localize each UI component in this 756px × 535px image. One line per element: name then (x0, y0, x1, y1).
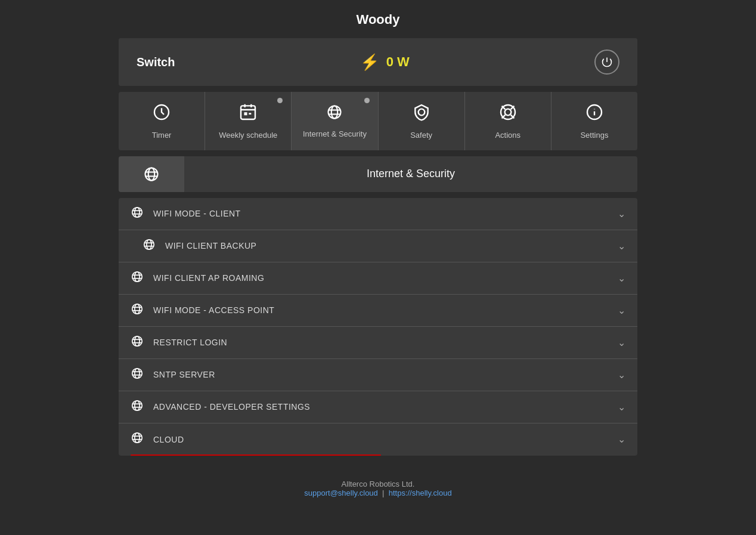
footer-separator: | (382, 488, 384, 497)
actions-icon (498, 103, 518, 126)
svg-rect-1 (241, 106, 255, 119)
svg-point-29 (135, 272, 140, 282)
wifi-mode-client-label: WIFI MODE - CLIENT (153, 209, 618, 218)
svg-point-2 (329, 106, 341, 119)
nav-tabs: Timer Weekly schedule (119, 92, 637, 150)
sntp-server-label: SNTP SERVER (153, 370, 618, 379)
timer-icon (152, 103, 171, 126)
svg-point-16 (145, 168, 158, 180)
svg-point-48 (132, 433, 142, 443)
tab-internet-security[interactable]: Internet & Security (292, 92, 378, 150)
svg-point-3 (331, 106, 338, 119)
tab-actions[interactable]: Actions (465, 92, 551, 150)
cloud-chevron: ⌄ (618, 434, 625, 445)
svg-point-20 (132, 208, 142, 218)
settings-icon (585, 103, 604, 126)
wifi-mode-client-chevron: ⌄ (618, 208, 625, 219)
svg-point-25 (147, 240, 151, 250)
sntp-server-chevron: ⌄ (618, 369, 625, 381)
section-title: Internet & Security (184, 168, 637, 180)
svg-point-37 (135, 336, 140, 347)
svg-point-40 (132, 369, 142, 379)
accordion-item-cloud[interactable]: CLOUD ⌄ (119, 423, 637, 456)
wifi-client-ap-roaming-label: WIFI CLIENT AP ROAMING (153, 273, 618, 283)
accordion-item-wifi-client-ap-roaming[interactable]: WIFI CLIENT AP ROAMING ⌄ (119, 262, 637, 295)
footer-links: support@shelly.cloud | https://shelly.cl… (304, 488, 451, 497)
lightning-icon: ⚡ (360, 53, 379, 72)
tab-timer-label: Timer (152, 131, 172, 141)
footer-company: Allterco Robotics Ltd. (304, 480, 451, 488)
tab-safety[interactable]: Safety (379, 92, 465, 150)
accordion-item-wifi-mode-client[interactable]: WIFI MODE - CLIENT ⌄ (119, 198, 637, 230)
svg-point-49 (135, 433, 140, 443)
power-icon (601, 56, 613, 68)
switch-power-info: ⚡ 0 W (360, 53, 410, 72)
switch-card: Switch ⚡ 0 W (119, 38, 637, 86)
cloud-label: CLOUD (153, 435, 618, 444)
weekly-schedule-dot (277, 98, 283, 103)
safety-icon (412, 103, 431, 126)
wifi-mode-client-icon (131, 206, 144, 222)
accordion-item-restrict-login[interactable]: RESTRICT LOGIN ⌄ (119, 327, 637, 359)
svg-point-6 (418, 109, 425, 116)
accordion-item-wifi-mode-access-point[interactable]: WIFI MODE - ACCESS POINT ⌄ (119, 295, 637, 327)
cloud-icon (131, 431, 144, 447)
accordion-list: WIFI MODE - CLIENT ⌄ WIFI CLIENT BACKUP … (119, 198, 637, 456)
wifi-client-backup-chevron: ⌄ (618, 240, 625, 252)
tab-safety-label: Safety (410, 131, 432, 141)
svg-point-33 (135, 304, 140, 314)
footer-support-link[interactable]: support@shelly.cloud (304, 488, 378, 497)
internet-security-icon (326, 104, 343, 125)
svg-point-44 (132, 401, 142, 411)
wifi-client-backup-label: WIFI CLIENT BACKUP (165, 241, 618, 251)
tab-weekly-schedule-label: Weekly schedule (219, 131, 277, 141)
annotation-red-line (131, 454, 381, 456)
weekly-schedule-icon (238, 103, 258, 126)
wifi-client-ap-roaming-icon (131, 270, 144, 286)
restrict-login-chevron: ⌄ (618, 337, 625, 348)
tab-timer[interactable]: Timer (119, 92, 205, 150)
restrict-login-icon (131, 335, 144, 351)
section-header-icon-box (119, 156, 184, 192)
switch-header: Switch ⚡ 0 W (119, 38, 637, 86)
svg-point-32 (132, 304, 142, 314)
tab-settings[interactable]: Settings (551, 92, 637, 150)
wifi-mode-access-point-label: WIFI MODE - ACCESS POINT (153, 305, 618, 315)
power-value: 0 W (386, 54, 410, 70)
advanced-developer-icon (131, 399, 144, 415)
footer-website-link[interactable]: https://shelly.cloud (389, 488, 452, 497)
svg-point-21 (135, 208, 140, 218)
svg-point-8 (504, 109, 511, 116)
footer: Allterco Robotics Ltd. support@shelly.cl… (304, 480, 451, 497)
svg-point-24 (144, 240, 154, 250)
svg-point-17 (148, 168, 155, 180)
accordion-item-sntp-server[interactable]: SNTP SERVER ⌄ (119, 359, 637, 391)
tab-settings-label: Settings (580, 131, 608, 141)
wifi-client-ap-roaming-chevron: ⌄ (618, 273, 625, 284)
page-title: Woody (357, 12, 400, 27)
tab-weekly-schedule[interactable]: Weekly schedule (205, 92, 292, 150)
sntp-server-icon (131, 367, 144, 383)
accordion-item-advanced-developer[interactable]: ADVANCED - DEVELOPER SETTINGS ⌄ (119, 391, 637, 423)
switch-label: Switch (137, 55, 175, 69)
accordion-item-wifi-client-backup[interactable]: WIFI CLIENT BACKUP ⌄ (119, 230, 637, 262)
power-button[interactable] (594, 50, 619, 75)
advanced-developer-chevron: ⌄ (618, 401, 625, 413)
tab-actions-label: Actions (495, 131, 520, 141)
internet-security-dot (364, 98, 370, 103)
wifi-client-backup-icon (142, 238, 156, 254)
page-wrapper: Woody Switch ⚡ 0 W (0, 0, 756, 521)
svg-point-45 (135, 401, 140, 411)
svg-point-41 (135, 369, 140, 379)
advanced-developer-label: ADVANCED - DEVELOPER SETTINGS (153, 402, 618, 412)
svg-point-36 (132, 336, 142, 347)
restrict-login-label: RESTRICT LOGIN (153, 338, 618, 347)
wifi-mode-access-point-icon (131, 302, 144, 318)
svg-point-28 (132, 272, 142, 282)
section-header: Internet & Security (119, 156, 637, 192)
tab-internet-security-label: Internet & Security (303, 129, 367, 140)
section-globe-icon (143, 166, 160, 183)
wifi-mode-access-point-chevron: ⌄ (618, 305, 625, 316)
